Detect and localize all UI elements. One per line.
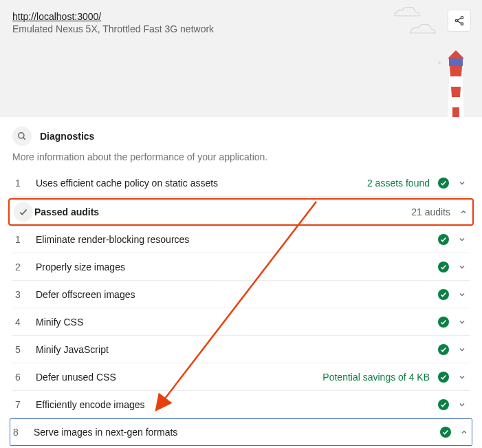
row-title: Minify JavaScript [36,344,438,355]
chevron-down-icon [457,290,467,299]
row-title: Minify CSS [36,317,438,328]
chevron-down-icon [457,401,467,409]
svg-line-3 [457,18,461,20]
chevron-down-icon [457,373,467,381]
row-title: Defer unused CSS [36,372,322,383]
row-number: 8 [13,427,34,438]
diagnostics-title: Diagnostics [40,131,94,142]
svg-line-11 [438,57,441,63]
row-number: 2 [15,262,36,273]
row-title: Properly size images [36,262,438,273]
chevron-down-icon [457,345,467,354]
share-icon [454,15,465,26]
row-number: 6 [15,372,36,383]
row-number: 4 [15,317,36,328]
row-extra: Potential savings of 4 KB [322,372,430,383]
row-extra: 2 assets found [367,178,430,189]
svg-marker-10 [448,50,464,58]
svg-marker-7 [451,87,461,97]
pass-icon [438,289,449,300]
row-title: Defer offscreen images [36,289,438,300]
passed-audits-header[interactable]: Passed audits 21 audits [8,198,474,226]
diagnostics-description: More information about the performance o… [12,151,470,162]
report-header: http://localhost:3000/ Emulated Nexus 5X… [0,0,482,117]
chevron-up-icon [459,428,469,436]
check-icon [14,202,33,222]
row-title: Eliminate render-blocking resources [36,234,438,245]
passed-audit-row[interactable]: 4Minify CSS [12,308,470,336]
svg-line-4 [457,21,461,23]
svg-rect-9 [449,58,463,66]
diagnostic-row[interactable]: 1 Uses efficient cache policy on static … [12,169,470,197]
row-number: 3 [15,289,36,300]
chevron-up-icon [459,208,468,216]
svg-line-12 [438,63,441,68]
passed-audit-row[interactable]: 1Eliminate render-blocking resources [12,226,470,253]
pass-icon [438,399,449,410]
row-title: Efficiently encode images [36,399,438,410]
report-content: Diagnostics More information about the p… [0,117,482,448]
passed-audits-list: 1Eliminate render-blocking resources2Pro… [12,226,470,446]
row-number: 1 [15,178,36,189]
svg-point-15 [19,133,24,138]
svg-line-16 [23,138,25,140]
svg-marker-8 [452,107,459,117]
chevron-down-icon [457,318,467,326]
pass-icon [438,344,449,355]
row-title: Serve images in next-gen formats [34,427,440,438]
magnifier-icon [12,127,32,146]
lighthouse-graphic [438,42,474,117]
chevron-down-icon [457,179,467,187]
row-number: 5 [15,344,36,355]
passed-audit-row[interactable]: 3Defer offscreen images [12,281,470,308]
pass-icon [438,372,449,383]
share-button[interactable] [448,10,471,32]
passed-audit-row[interactable]: 7Efficiently encode images [12,391,470,418]
pass-icon [438,262,449,273]
passed-audit-row[interactable]: 5Minify JavaScript [12,336,470,363]
row-number: 1 [15,234,36,245]
passed-audits-title: Passed audits [34,206,411,217]
clouds-graphic [391,4,439,45]
row-title: Uses efficient cache policy on static as… [36,178,367,189]
pass-icon [438,234,449,245]
passed-audit-row[interactable]: 2Properly size images [12,253,470,281]
passed-audit-row[interactable]: 8Serve images in next-gen formats [10,418,472,446]
diagnostics-section-header: Diagnostics [12,117,470,149]
passed-audit-row[interactable]: 6Defer unused CSSPotential savings of 4 … [12,363,470,391]
passed-audits-count: 21 audits [411,206,450,217]
row-number: 7 [15,399,36,410]
chevron-down-icon [457,263,467,271]
svg-marker-6 [450,66,462,76]
pass-icon [438,178,449,189]
pass-icon [438,317,449,328]
pass-icon [440,427,451,438]
chevron-down-icon [457,235,467,244]
